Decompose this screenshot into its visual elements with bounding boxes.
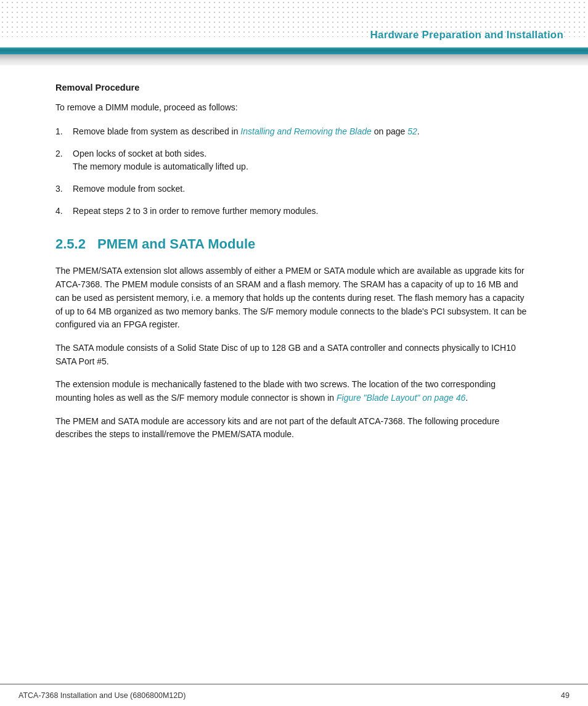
pmem-section-num: 2.5.2: [55, 236, 88, 252]
step-3-content: Remove module from socket.: [73, 183, 533, 196]
removal-procedure-heading: Removal Procedure: [55, 83, 533, 92]
step-1-content: Remove blade from system as described in…: [73, 125, 533, 139]
page-52-link[interactable]: 52: [407, 126, 417, 136]
removal-steps-list: 1. Remove blade from system as described…: [55, 125, 533, 218]
footer-page-number: 49: [561, 691, 570, 700]
step-2-num: 2.: [55, 147, 73, 174]
step-2-content: Open locks of socket at both sides. The …: [73, 147, 533, 174]
installing-removing-blade-link[interactable]: Installing and Removing the Blade: [240, 126, 371, 136]
removal-step-3: 3. Remove module from socket.: [55, 183, 533, 196]
removal-intro: To remove a DIMM module, proceed as foll…: [55, 101, 533, 114]
pmem-paragraph-3: The extension module is mechanically fas…: [55, 378, 533, 404]
page-header: Hardware Preparation and Installation: [0, 0, 588, 49]
chapter-title: Hardware Preparation and Installation: [370, 29, 563, 41]
gray-decorative-bar: [0, 54, 588, 65]
pmem-paragraph-4: The PMEM and SATA module are accessory k…: [55, 415, 533, 441]
footer-document-id: ATCA-7368 Installation and Use (6806800M…: [18, 691, 186, 700]
blade-layout-link[interactable]: Figure "Blade Layout" on page 46: [337, 393, 465, 403]
removal-step-2: 2. Open locks of socket at both sides. T…: [55, 147, 533, 174]
main-content: Removal Procedure To remove a DIMM modul…: [0, 70, 588, 476]
page-footer: ATCA-7368 Installation and Use (6806800M…: [0, 684, 588, 706]
step-4-content: Repeat steps 2 to 3 in order to remove f…: [73, 205, 533, 218]
pmem-section-title: PMEM and SATA Module: [97, 236, 255, 252]
pmem-paragraph-1: The PMEM/SATA extension slot allows asse…: [55, 265, 533, 331]
removal-step-4: 4. Repeat steps 2 to 3 in order to remov…: [55, 205, 533, 218]
pmem-paragraph-2: The SATA module consists of a Solid Stat…: [55, 342, 533, 368]
pmem-section-heading: 2.5.2 PMEM and SATA Module: [55, 236, 533, 252]
blue-divider-bar: [0, 49, 588, 54]
removal-step-1: 1. Remove blade from system as described…: [55, 125, 533, 139]
step-3-num: 3.: [55, 183, 73, 196]
step-4-num: 4.: [55, 205, 73, 218]
step-1-num: 1.: [55, 125, 73, 139]
